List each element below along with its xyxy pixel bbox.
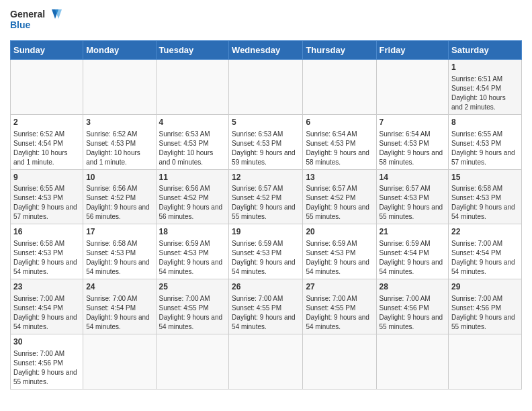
day-number: 2 — [13, 117, 80, 128]
day-info: Sunrise: 7:00 AM Sunset: 4:56 PM Dayligh… — [380, 294, 446, 332]
day-number: 27 — [306, 281, 373, 293]
day-number: 28 — [380, 281, 446, 293]
calendar-day-cell: 17Sunrise: 6:58 AM Sunset: 4:53 PM Dayli… — [83, 224, 156, 279]
calendar-day-cell: 15Sunrise: 6:58 AM Sunset: 4:53 PM Dayli… — [449, 169, 522, 224]
day-info: Sunrise: 6:58 AM Sunset: 4:53 PM Dayligh… — [13, 239, 80, 277]
logo: General Blue — [10, 7, 64, 36]
generalblue-logo: General Blue — [10, 7, 64, 36]
day-number: 29 — [451, 281, 519, 293]
calendar-week-5: 23Sunrise: 7:00 AM Sunset: 4:54 PM Dayli… — [11, 279, 522, 334]
calendar-day-cell: 1Sunrise: 6:51 AM Sunset: 4:54 PM Daylig… — [449, 60, 522, 115]
day-info: Sunrise: 7:00 AM Sunset: 4:56 PM Dayligh… — [451, 294, 519, 332]
day-number: 19 — [232, 226, 300, 238]
day-info: Sunrise: 6:56 AM Sunset: 4:52 PM Dayligh… — [159, 184, 226, 222]
calendar-week-4: 16Sunrise: 6:58 AM Sunset: 4:53 PM Dayli… — [11, 224, 522, 279]
svg-text:General: General — [10, 9, 45, 19]
calendar-day-cell: 8Sunrise: 6:55 AM Sunset: 4:53 PM Daylig… — [449, 114, 522, 169]
calendar-day-cell: 6Sunrise: 6:54 AM Sunset: 4:53 PM Daylig… — [303, 114, 376, 169]
calendar-day-cell — [229, 60, 303, 115]
day-info: Sunrise: 6:55 AM Sunset: 4:53 PM Dayligh… — [13, 184, 80, 222]
weekday-header-tuesday: Tuesday — [156, 41, 229, 60]
weekday-header-thursday: Thursday — [303, 41, 376, 60]
calendar-day-cell — [83, 334, 156, 389]
calendar-day-cell: 29Sunrise: 7:00 AM Sunset: 4:56 PM Dayli… — [449, 279, 522, 334]
calendar-day-cell: 4Sunrise: 6:53 AM Sunset: 4:53 PM Daylig… — [156, 114, 229, 169]
day-info: Sunrise: 6:59 AM Sunset: 4:53 PM Dayligh… — [159, 239, 226, 277]
weekday-header-monday: Monday — [83, 41, 156, 60]
calendar-day-cell: 20Sunrise: 6:59 AM Sunset: 4:53 PM Dayli… — [303, 224, 376, 279]
day-number: 11 — [159, 172, 226, 183]
weekday-header-sunday: Sunday — [11, 41, 83, 60]
day-info: Sunrise: 7:00 AM Sunset: 4:54 PM Dayligh… — [13, 294, 80, 332]
calendar-day-cell: 25Sunrise: 7:00 AM Sunset: 4:55 PM Dayli… — [156, 279, 229, 334]
day-number: 3 — [86, 117, 152, 128]
calendar-day-cell: 24Sunrise: 7:00 AM Sunset: 4:54 PM Dayli… — [83, 279, 156, 334]
day-info: Sunrise: 6:57 AM Sunset: 4:53 PM Dayligh… — [380, 184, 446, 222]
calendar-day-cell: 27Sunrise: 7:00 AM Sunset: 4:55 PM Dayli… — [303, 279, 376, 334]
weekday-header-friday: Friday — [376, 41, 449, 60]
day-number: 9 — [13, 172, 80, 183]
calendar-day-cell: 5Sunrise: 6:53 AM Sunset: 4:53 PM Daylig… — [229, 114, 303, 169]
calendar-day-cell — [11, 60, 83, 115]
calendar-day-cell: 12Sunrise: 6:57 AM Sunset: 4:52 PM Dayli… — [229, 169, 303, 224]
calendar-week-6: 30Sunrise: 7:00 AM Sunset: 4:56 PM Dayli… — [11, 334, 522, 389]
day-number: 8 — [451, 117, 519, 128]
day-number: 15 — [451, 172, 519, 183]
calendar-week-1: 1Sunrise: 6:51 AM Sunset: 4:54 PM Daylig… — [11, 60, 522, 115]
day-number: 7 — [380, 117, 446, 128]
calendar-day-cell: 13Sunrise: 6:57 AM Sunset: 4:52 PM Dayli… — [303, 169, 376, 224]
calendar-table: SundayMondayTuesdayWednesdayThursdayFrid… — [10, 40, 522, 390]
calendar-day-cell — [376, 60, 449, 115]
calendar-day-cell: 18Sunrise: 6:59 AM Sunset: 4:53 PM Dayli… — [156, 224, 229, 279]
day-info: Sunrise: 6:57 AM Sunset: 4:52 PM Dayligh… — [306, 184, 373, 222]
day-number: 5 — [232, 117, 300, 128]
day-info: Sunrise: 7:00 AM Sunset: 4:54 PM Dayligh… — [86, 294, 152, 332]
day-number: 25 — [159, 281, 226, 293]
calendar-day-cell: 30Sunrise: 7:00 AM Sunset: 4:56 PM Dayli… — [11, 334, 83, 389]
weekday-header-wednesday: Wednesday — [229, 41, 303, 60]
calendar-day-cell: 21Sunrise: 6:59 AM Sunset: 4:54 PM Dayli… — [376, 224, 449, 279]
day-info: Sunrise: 6:54 AM Sunset: 4:53 PM Dayligh… — [380, 130, 446, 167]
calendar-day-cell — [303, 334, 376, 389]
calendar-day-cell: 23Sunrise: 7:00 AM Sunset: 4:54 PM Dayli… — [11, 279, 83, 334]
day-info: Sunrise: 6:51 AM Sunset: 4:54 PM Dayligh… — [451, 75, 519, 112]
day-number: 12 — [232, 172, 300, 183]
day-number: 4 — [159, 117, 226, 128]
day-number: 17 — [86, 226, 152, 238]
day-info: Sunrise: 6:56 AM Sunset: 4:52 PM Dayligh… — [86, 184, 152, 222]
day-info: Sunrise: 6:52 AM Sunset: 4:54 PM Dayligh… — [13, 130, 80, 167]
header: General Blue — [10, 7, 522, 36]
calendar-day-cell — [229, 334, 303, 389]
day-info: Sunrise: 6:55 AM Sunset: 4:53 PM Dayligh… — [451, 130, 519, 167]
day-info: Sunrise: 7:00 AM Sunset: 4:55 PM Dayligh… — [159, 294, 226, 332]
day-info: Sunrise: 6:58 AM Sunset: 4:53 PM Dayligh… — [86, 239, 152, 277]
day-number: 14 — [380, 172, 446, 183]
day-info: Sunrise: 6:54 AM Sunset: 4:53 PM Dayligh… — [306, 130, 373, 167]
calendar-day-cell — [156, 334, 229, 389]
calendar-day-cell: 22Sunrise: 7:00 AM Sunset: 4:54 PM Dayli… — [449, 224, 522, 279]
day-info: Sunrise: 6:59 AM Sunset: 4:53 PM Dayligh… — [306, 239, 373, 277]
day-info: Sunrise: 6:57 AM Sunset: 4:52 PM Dayligh… — [232, 184, 300, 222]
calendar-day-cell: 2Sunrise: 6:52 AM Sunset: 4:54 PM Daylig… — [11, 114, 83, 169]
day-number: 13 — [306, 172, 373, 183]
day-number: 30 — [13, 336, 80, 348]
calendar-day-cell: 3Sunrise: 6:52 AM Sunset: 4:53 PM Daylig… — [83, 114, 156, 169]
day-info: Sunrise: 6:58 AM Sunset: 4:53 PM Dayligh… — [451, 184, 519, 222]
calendar-week-3: 9Sunrise: 6:55 AM Sunset: 4:53 PM Daylig… — [11, 169, 522, 224]
day-info: Sunrise: 6:52 AM Sunset: 4:53 PM Dayligh… — [86, 130, 152, 167]
weekday-header-row: SundayMondayTuesdayWednesdayThursdayFrid… — [11, 41, 522, 60]
calendar-day-cell — [376, 334, 449, 389]
calendar-day-cell: 7Sunrise: 6:54 AM Sunset: 4:53 PM Daylig… — [376, 114, 449, 169]
calendar-day-cell: 19Sunrise: 6:59 AM Sunset: 4:53 PM Dayli… — [229, 224, 303, 279]
day-number: 1 — [451, 62, 519, 73]
day-number: 22 — [451, 226, 519, 238]
day-number: 20 — [306, 226, 373, 238]
calendar-day-cell: 10Sunrise: 6:56 AM Sunset: 4:52 PM Dayli… — [83, 169, 156, 224]
day-info: Sunrise: 7:00 AM Sunset: 4:55 PM Dayligh… — [232, 294, 300, 332]
calendar-day-cell: 16Sunrise: 6:58 AM Sunset: 4:53 PM Dayli… — [11, 224, 83, 279]
day-info: Sunrise: 7:00 AM Sunset: 4:54 PM Dayligh… — [451, 239, 519, 277]
day-number: 18 — [159, 226, 226, 238]
day-number: 23 — [13, 281, 80, 293]
day-number: 26 — [232, 281, 300, 293]
svg-text:Blue: Blue — [10, 19, 31, 30]
